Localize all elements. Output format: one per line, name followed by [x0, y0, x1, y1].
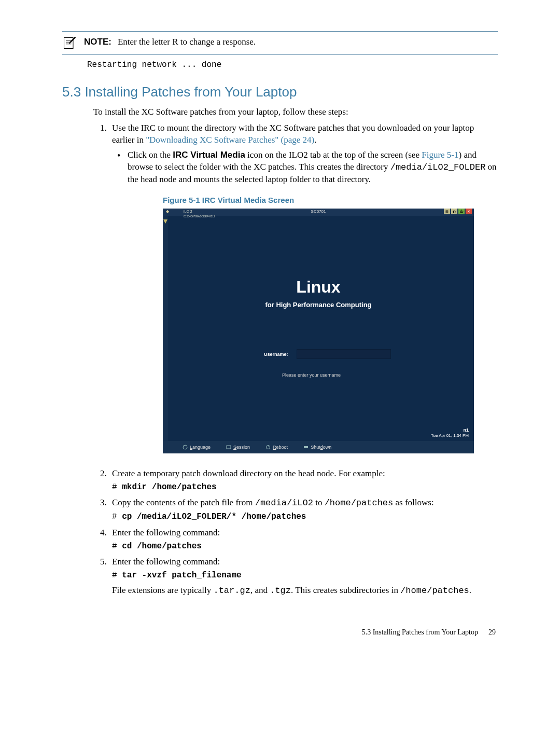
step-3: Copy the contents of the patch file from… — [109, 497, 498, 523]
intro-text: To install the XC Software patches from … — [93, 106, 498, 118]
figure-5-1-link[interactable]: Figure 5-1 — [422, 150, 458, 160]
download-patches-link[interactable]: "Downloading XC Software Patches" (page … — [146, 135, 314, 145]
screenshot-left-strip — [163, 216, 168, 441]
note-label: NOTE: — [84, 37, 111, 47]
reboot-menu: Reboot — [265, 444, 288, 450]
divider — [62, 54, 498, 55]
note-block: NOTE:Enter the letter R to change a resp… — [62, 37, 498, 50]
irc-screenshot: ◆ iLO 20123456789ABCDEF-0012 SC0701 ⊞ ◐ … — [163, 209, 474, 453]
screenshot-titlebar: ◆ iLO 20123456789ABCDEF-0012 SC0701 ⊞ ◐ … — [163, 209, 474, 216]
page-footer: 5.3 Installing Patches from Your Laptop2… — [62, 628, 498, 637]
step-1-bullet: Click on the IRC Virtual Media icon on t… — [128, 149, 498, 186]
step-4: Enter the following command: # cd /home/… — [109, 527, 498, 552]
divider — [62, 31, 498, 32]
figure-caption: Figure 5-1 IRC Virtual Media Screen — [163, 195, 498, 205]
svg-rect-6 — [227, 446, 231, 449]
session-menu: Session — [226, 444, 250, 450]
username-label: Username: — [264, 351, 288, 357]
close-icon: ✕ — [466, 209, 472, 214]
titlebar-ilo-text: iLO 20123456789ABCDEF-0012 — [184, 209, 215, 219]
svg-rect-8 — [304, 446, 308, 448]
svg-rect-0 — [64, 38, 74, 49]
power-icon: ⏻ — [458, 209, 465, 214]
titlebar-button: ⊞ — [444, 209, 450, 214]
shutdown-menu: Shutdown — [303, 444, 331, 450]
step-1: Use the IRC to mount the directory with … — [109, 122, 498, 453]
login-brand-title: Linux — [163, 276, 474, 298]
username-input — [297, 349, 391, 359]
titlebar-center: SC0701 — [311, 209, 326, 215]
globe-icon — [183, 445, 188, 450]
titlebar-button: ◐ — [451, 209, 457, 214]
login-bottom-bar: Language Session Reboot Shutdown — [163, 441, 474, 453]
host-time-label: n1Tue Apr 01, 1:34 PM — [431, 427, 469, 439]
language-menu: Language — [183, 444, 211, 450]
step-5: Enter the following command: # tar -xvzf… — [109, 556, 498, 597]
note-icon — [62, 36, 77, 50]
code-output: Restarting network ... done — [87, 60, 498, 70]
svg-point-5 — [183, 445, 187, 449]
reboot-icon — [265, 445, 271, 450]
titlebar-app-icon: ◆ — [166, 209, 169, 215]
shutdown-icon — [303, 445, 309, 450]
note-text: Enter the letter R to change a response. — [118, 37, 256, 47]
svg-marker-4 — [163, 219, 167, 224]
session-icon — [226, 445, 231, 450]
login-hint: Please enter your username — [282, 372, 341, 378]
step-2: Create a temporary patch download direct… — [109, 468, 498, 493]
section-heading: 5.3 Installing Patches from Your Laptop — [62, 84, 498, 100]
login-brand-sub: for High Performance Computing — [163, 300, 474, 310]
